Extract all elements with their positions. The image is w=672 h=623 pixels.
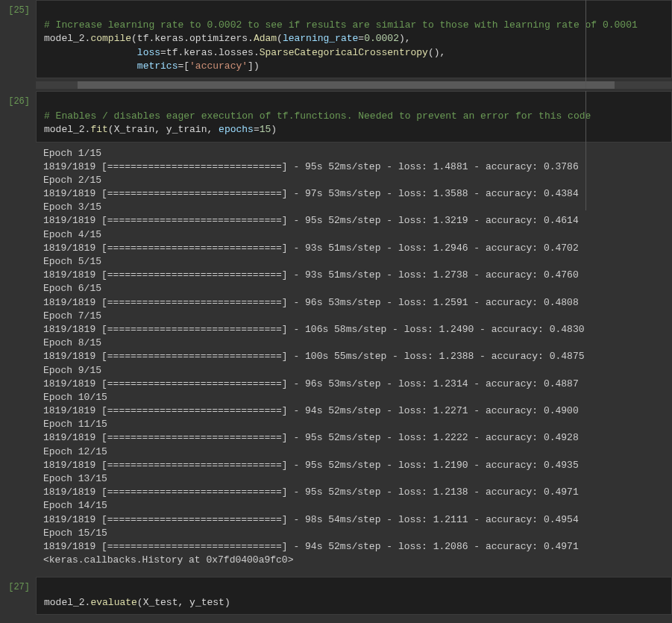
cell-output: 780/780 [==============================]… [36, 615, 672, 623]
code-cell-25: [25] # Increase learning rate to 0.0002 … [0, 0, 672, 89]
cell-prompt: [26] [0, 91, 36, 575]
code-input[interactable]: model_2.evaluate(X_test, y_test) [36, 577, 672, 614]
code-input[interactable]: # Increase learning rate to 0.0002 to se… [36, 0, 672, 78]
cell-output: Epoch 1/15 1819/1819 [==================… [36, 143, 672, 575]
code-input[interactable]: # Enables / disables eager execution of … [36, 91, 672, 143]
code-cell-27: [27] model_2.evaluate(X_test, y_test) 78… [0, 577, 672, 623]
cell-prompt: [27] [0, 577, 36, 623]
scrollbar-thumb[interactable] [78, 81, 615, 89]
code-comment: # Enables / disables eager execution of … [44, 110, 591, 122]
code-comment: # Increase learning rate to 0.0002 to se… [44, 19, 638, 31]
code-cell-26: [26] # Enables / disables eager executio… [0, 91, 672, 575]
horizontal-scrollbar[interactable] [36, 81, 672, 89]
cell-prompt: [25] [0, 0, 36, 89]
